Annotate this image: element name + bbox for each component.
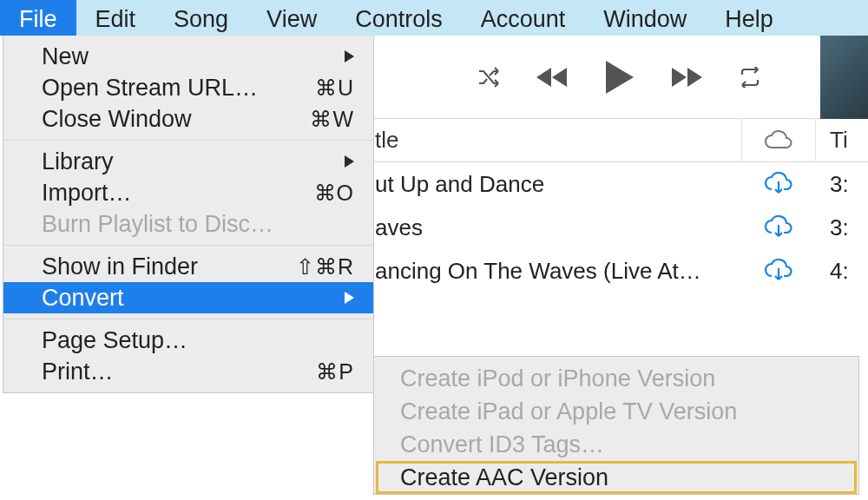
shortcut: ⌘W — [293, 107, 354, 132]
menu-item-label: New — [42, 43, 89, 70]
menu-window[interactable]: Window — [584, 0, 706, 36]
menu-item-burn: Burn Playlist to Disc… — [3, 208, 373, 240]
submenu-item-ipad: Create iPad or Apple TV Version — [374, 395, 858, 428]
shortcut: ⌘O — [293, 181, 354, 206]
convert-submenu: Create iPod or iPhone Version Create iPa… — [373, 356, 859, 495]
row-title: ut Up and Dance — [372, 171, 741, 198]
menu-item-close-window[interactable]: Close Window ⌘W — [3, 103, 373, 135]
column-cloud[interactable] — [741, 119, 816, 161]
menu-item-label: Page Setup… — [42, 327, 187, 354]
menu-item-label: Create iPad or Apple TV Version — [400, 398, 737, 425]
row-time: 3: — [816, 214, 868, 241]
shortcut: ⌘P — [293, 359, 354, 385]
menu-view[interactable]: View — [247, 0, 336, 36]
menu-help[interactable]: Help — [706, 0, 792, 36]
menu-item-label: Convert — [42, 285, 124, 312]
row-time: 4: — [816, 258, 868, 285]
menu-account[interactable]: Account — [462, 0, 585, 36]
shuffle-icon[interactable] — [477, 67, 502, 88]
menu-item-label: Show in Finder — [42, 253, 198, 280]
submenu-item-aac[interactable]: Create AAC Version — [376, 461, 857, 494]
chevron-right-icon — [345, 155, 354, 168]
separator — [3, 245, 373, 246]
column-time[interactable]: Ti — [816, 127, 868, 154]
menu-song[interactable]: Song — [155, 0, 247, 36]
rewind-icon[interactable] — [535, 66, 569, 89]
chevron-right-icon — [345, 292, 354, 304]
cloud-download-icon[interactable] — [741, 172, 816, 196]
menu-item-label: Burn Playlist to Disc… — [42, 211, 273, 238]
row-time: 3: — [816, 171, 868, 198]
table-row[interactable]: ancing On The Waves (Live At… 4: — [372, 249, 868, 293]
menu-item-label: Convert ID3 Tags… — [400, 431, 604, 458]
menu-item-convert[interactable]: Convert — [3, 282, 373, 313]
chevron-right-icon — [345, 50, 354, 62]
menu-item-label: Close Window — [42, 106, 192, 133]
file-dropdown: New Open Stream URL… ⌘U Close Window ⌘W … — [3, 36, 374, 393]
row-title: ancing On The Waves (Live At… — [372, 258, 741, 285]
cloud-download-icon[interactable] — [741, 215, 816, 240]
separator — [3, 140, 373, 141]
menu-item-print[interactable]: Print… ⌘P — [3, 356, 373, 387]
column-title[interactable]: tle — [372, 127, 741, 154]
shortcut: ⇧⌘R — [293, 254, 354, 280]
menu-item-open-stream[interactable]: Open Stream URL… ⌘U — [3, 72, 373, 103]
separator — [3, 319, 373, 319]
menu-item-import[interactable]: Import… ⌘O — [3, 177, 373, 208]
row-title: aves — [372, 214, 741, 241]
submenu-item-ipod: Create iPod or iPhone Version — [374, 362, 858, 395]
table-row[interactable]: ut Up and Dance 3: — [372, 162, 868, 206]
menu-item-label: Print… — [42, 359, 114, 385]
player-controls — [372, 36, 868, 119]
menu-item-show-finder[interactable]: Show in Finder ⇧⌘R — [3, 251, 373, 282]
forward-icon[interactable] — [670, 66, 705, 89]
menu-item-new[interactable]: New — [3, 41, 373, 72]
menu-edit[interactable]: Edit — [76, 0, 155, 36]
menu-file[interactable]: File — [0, 0, 76, 36]
menu-item-label: Library — [42, 148, 114, 175]
play-icon[interactable] — [602, 59, 637, 95]
menu-item-page-setup[interactable]: Page Setup… — [3, 325, 373, 356]
repeat-icon[interactable] — [738, 67, 762, 88]
album-art — [820, 36, 868, 119]
submenu-item-id3: Convert ID3 Tags… — [374, 428, 858, 461]
menu-item-label: Create AAC Version — [400, 464, 608, 491]
table-row[interactable]: aves 3: — [372, 206, 868, 249]
menu-item-label: Open Stream URL… — [42, 75, 258, 102]
cloud-download-icon[interactable] — [741, 259, 816, 283]
menu-item-library[interactable]: Library — [3, 146, 373, 177]
menu-controls[interactable]: Controls — [336, 0, 462, 36]
menubar: File Edit Song View Controls Account Win… — [0, 0, 868, 36]
shortcut: ⌘U — [293, 76, 354, 101]
table-header: tle Ti — [372, 119, 868, 162]
menu-item-label: Import… — [42, 180, 132, 207]
menu-item-label: Create iPod or iPhone Version — [400, 365, 715, 392]
